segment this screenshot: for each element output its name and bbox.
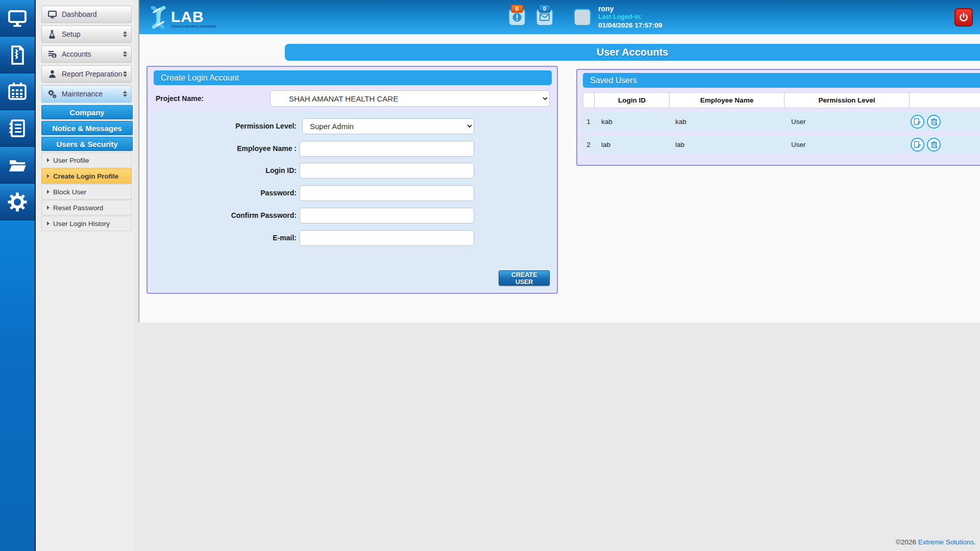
icon-rail [0,0,36,551]
rail-archive-button[interactable] [0,37,35,73]
subitem-label: User Profile [53,157,89,164]
sidebar-subitem-user-profile[interactable]: User Profile [41,153,132,168]
expand-arrows-icon [123,91,127,97]
edit-icon [914,118,921,126]
edit-icon [914,141,921,148]
arrow-right-icon [47,206,50,210]
sidebar-section-users-security[interactable]: Users & Security [41,137,133,151]
email-label: E-mail: [143,230,297,246]
avatar[interactable] [574,9,591,26]
sidebar-item-label: Maintenance [62,90,103,98]
row-number: 1 [583,118,594,126]
sidebar-item-accounts[interactable]: $ Accounts [41,45,132,63]
last-login-time: 01/04/2026 17:57:09 [598,21,662,30]
panel-title: Saved Users [583,73,980,88]
password-input[interactable] [300,185,474,201]
copyright-text: ©2026 [896,538,918,546]
sidebar-subitem-user-login-history[interactable]: User Login History [41,216,132,231]
footer-period: . [974,538,976,546]
gears-icon [47,90,57,98]
trash-icon [930,118,938,126]
section-label: Users & Security [56,140,117,148]
sidebar-subitem-block-user[interactable]: Block User [41,184,132,199]
mail-icon [540,13,550,21]
app-logo: LAB Clinical Laboratory Automation [146,6,216,29]
project-name-select[interactable]: SHAH AMANAT HEALTH CARE [270,90,550,107]
rail-dashboard-button[interactable] [0,0,35,36]
login-id-input[interactable] [300,163,474,179]
dna-logo-icon [146,6,170,29]
monitor-icon [7,8,28,29]
alert-icon [512,12,522,22]
edit-user-button[interactable] [911,138,924,152]
col-login-id: Login ID [595,93,670,108]
row-employee-name: kab [669,118,784,126]
subitem-label: User Login History [53,220,110,228]
edit-user-button[interactable] [911,115,924,129]
permission-level-label: Permission Level: [143,118,297,134]
row-actions [909,115,980,129]
arrow-right-icon [47,174,50,178]
arrow-right-icon [47,158,50,162]
col-employee-name: Employee Name [670,93,785,108]
trash-icon [930,141,938,148]
create-login-panel: Create Login Account Project Name: SHAH … [146,66,558,294]
calendar-icon [7,81,28,103]
messages-button[interactable]: 0 [536,9,553,26]
sidebar-subitem-create-login-profile[interactable]: Create Login Profile [41,168,132,184]
sidebar-item-setup[interactable]: Setup [41,26,132,43]
sidebar-item-report-preparation[interactable]: Report Preparation [41,65,132,83]
subitem-label: Block User [53,188,86,196]
row-actions [909,138,980,152]
confirm-password-label: Confirm Password: [143,208,297,223]
sidebar-item-maintenance[interactable]: Maintenance [41,85,132,103]
create-login-form: Permission Level: Super Admin Employee N… [151,111,555,290]
table-header-row: Login ID Employee Name Permission Level [583,92,980,108]
person-icon [47,70,57,78]
alerts-button[interactable]: 0 [508,9,526,26]
table-row: 2 lab lab User [583,135,980,154]
rail-calendar-button[interactable] [0,73,35,110]
sidebar: Dashboard Setup $ Accounts Report Prepar… [36,0,134,551]
delete-user-button[interactable] [927,115,941,129]
employee-name-input[interactable] [300,141,474,157]
sidebar-subitem-reset-password[interactable]: Reset Password [41,200,132,215]
rail-folder-button[interactable] [0,147,35,183]
monitor-icon [47,11,57,18]
row-login-id: kab [594,118,669,126]
sidebar-section-company[interactable]: Company [41,105,133,119]
zip-document-icon [7,44,28,66]
sidebar-item-label: Report Preparation [62,70,122,78]
subitem-label: Create Login Profile [53,172,118,180]
create-user-button[interactable]: CREATE USER [499,270,550,286]
page-title-band: User Accounts [285,44,980,61]
power-icon [959,12,969,22]
confirm-password-input[interactable] [300,208,474,223]
rail-settings-button[interactable] [0,184,35,220]
vendor-link[interactable]: Extreme Solutions [918,538,974,546]
rail-journal-button[interactable] [0,110,35,146]
logout-button[interactable] [954,8,973,27]
row-permission: User [784,141,909,148]
ledger-icon: $ [47,50,57,58]
svg-text:$: $ [53,54,55,58]
messages-count-badge: 0 [538,5,551,13]
saved-users-panel: Saved Users Login ID Employee Name Permi… [576,69,980,166]
app-canvas: Dashboard Setup $ Accounts Report Prepar… [0,0,980,551]
sidebar-section-notice-messages[interactable]: Notice & Messages [41,121,133,135]
col-permission-level: Permission Level [785,93,910,108]
sidebar-item-dashboard[interactable]: Dashboard [41,6,132,23]
password-label: Password: [143,185,297,201]
table-row: 1 kab kab User [583,112,980,131]
delete-user-button[interactable] [927,138,941,152]
journal-icon [7,118,28,139]
expand-arrows-icon [123,51,127,57]
footer: ©2026 Extreme Solutions. [896,538,976,546]
row-permission: User [784,118,909,126]
email-input[interactable] [300,230,474,246]
rail-filler [0,220,35,551]
permission-level-select[interactable]: Super Admin [302,118,474,134]
arrow-right-icon [47,190,50,194]
subitem-label: Reset Password [53,204,103,212]
employee-name-label: Employee Name : [143,141,297,157]
